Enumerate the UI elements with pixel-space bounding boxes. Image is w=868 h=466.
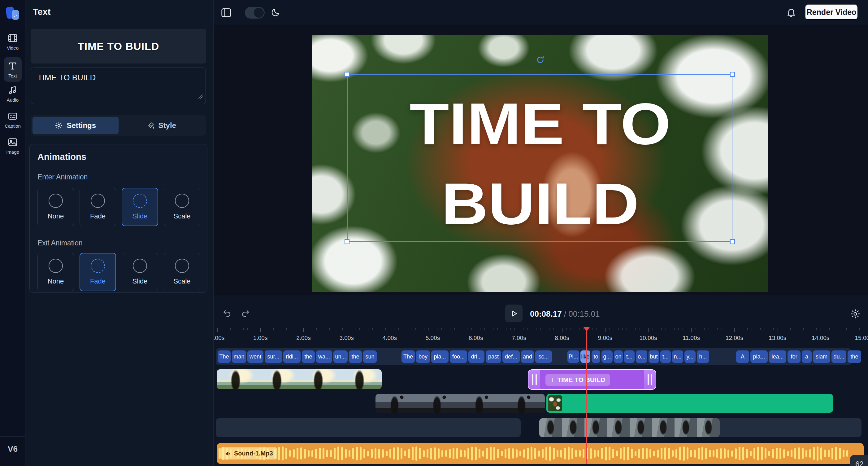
tab-style[interactable]: Style: [119, 117, 205, 134]
caption-word-chip[interactable]: to: [592, 350, 600, 363]
selection-handle-top-right[interactable]: [730, 72, 735, 77]
caption-word-chip[interactable]: slam: [813, 350, 830, 363]
option-circle-icon: [175, 194, 189, 208]
undo-icon[interactable]: [222, 309, 232, 320]
video-clip-flowers[interactable]: [546, 394, 833, 413]
caption-word-chip[interactable]: the: [302, 350, 315, 363]
rotate-handle-icon[interactable]: [535, 55, 545, 67]
caption-word-chip[interactable]: Pl...: [567, 350, 579, 363]
enter-option-scale[interactable]: Scale: [164, 188, 200, 226]
caption-word-chip[interactable]: sur...: [265, 350, 282, 363]
caption-word-chip-active[interactable]: like: [581, 350, 590, 363]
waveform-bar: [375, 448, 376, 459]
ruler-tick: [674, 328, 675, 330]
caption-word-chip[interactable]: man: [232, 350, 246, 363]
caption-word-chip[interactable]: The: [218, 350, 230, 363]
waveform-bar: [564, 448, 566, 460]
caption-word-chip[interactable]: but: [649, 350, 659, 363]
ruler-tick: [605, 328, 606, 332]
sidebar-item-video[interactable]: Video: [0, 33, 25, 51]
caption-word-chip[interactable]: pla...: [431, 350, 448, 363]
caption-word-chip[interactable]: foo...: [450, 350, 467, 363]
waveform-bar: [832, 448, 833, 460]
caption-word-chip[interactable]: for: [787, 350, 801, 363]
playhead-marker[interactable]: [584, 327, 590, 331]
render-video-button[interactable]: Render Video: [805, 4, 858, 20]
enter-option-none[interactable]: None: [37, 188, 74, 226]
caption-word-chip[interactable]: sun: [363, 350, 377, 363]
caption-word-chip[interactable]: boy: [416, 350, 430, 363]
text-clip-left-trim-handle[interactable]: [528, 370, 540, 389]
play-button[interactable]: [505, 304, 523, 322]
text-clip-label: T TIME TO BUILD: [546, 374, 610, 386]
enter-option-slide-selected[interactable]: Slide: [122, 188, 158, 226]
caption-word-chip[interactable]: y...: [684, 350, 695, 363]
selection-box[interactable]: [347, 75, 733, 242]
text-content-input[interactable]: TIME TO BUILD: [31, 67, 206, 104]
waveform-bar: [464, 450, 466, 457]
sidebar-item-text[interactable]: Text: [0, 61, 25, 78]
caption-word-chip[interactable]: on: [614, 350, 623, 363]
theme-toggle[interactable]: [245, 7, 265, 19]
caption-word-chip[interactable]: o...: [636, 350, 647, 363]
moon-icon[interactable]: [270, 7, 280, 19]
exit-option-slide[interactable]: Slide: [122, 253, 158, 291]
caption-word-chip[interactable]: lea...: [769, 350, 786, 363]
caption-word-chip[interactable]: g...: [601, 350, 613, 363]
caption-word-chip[interactable]: h...: [697, 350, 709, 363]
caption-word-chip[interactable]: past: [486, 350, 501, 363]
exit-option-scale[interactable]: Scale: [164, 253, 200, 291]
caption-word-chip[interactable]: A: [736, 350, 749, 363]
caption-word-chip[interactable]: def...: [502, 350, 520, 363]
text-style-preview[interactable]: TIME TO BUILD: [31, 29, 206, 63]
text-clip-right-trim-handle[interactable]: [644, 370, 656, 389]
selection-handle-bottom-right[interactable]: [730, 239, 735, 244]
caption-word-chip[interactable]: du...: [832, 350, 846, 363]
caption-word-chip[interactable]: wa...: [316, 350, 332, 363]
sidebar-item-audio[interactable]: Audio: [0, 85, 25, 103]
caption-word-chip[interactable]: sc...: [535, 350, 552, 363]
panel-toggle-icon[interactable]: [220, 7, 232, 20]
enter-option-fade[interactable]: Fade: [80, 188, 116, 226]
selection-handle-top-left[interactable]: [344, 72, 349, 77]
caption-word-chip[interactable]: dri...: [468, 350, 485, 363]
caption-word-chip[interactable]: n...: [672, 350, 683, 363]
waveform-bar: [705, 448, 707, 459]
timeline-ruler[interactable]: 0.00s1.00s2.00s3.00s4.00s5.00s6.00s7.00s…: [214, 328, 868, 346]
audio-clip-sound1[interactable]: Sound-1.Mp3: [217, 443, 864, 464]
caption-word-chip[interactable]: un...: [333, 350, 348, 363]
video-clip-surfer[interactable]: [217, 369, 382, 389]
caption-word-chip[interactable]: t...: [624, 350, 634, 363]
caption-word-chip[interactable]: a: [802, 350, 812, 363]
caption-word-chip[interactable]: ridi...: [283, 350, 301, 363]
waveform-bar: [300, 447, 302, 460]
caption-word-chip[interactable]: went: [247, 350, 264, 363]
bell-icon[interactable]: [786, 7, 797, 19]
tab-settings[interactable]: Settings: [32, 117, 119, 134]
app-logo-icon[interactable]: [4, 5, 22, 22]
exit-option-fade-selected[interactable]: Fade: [80, 253, 116, 291]
sidebar-item-image[interactable]: Image: [0, 137, 25, 155]
video-clip-soccer[interactable]: [375, 394, 545, 413]
caption-word-chip[interactable]: The: [402, 350, 415, 363]
ruler-tick: [532, 328, 532, 330]
caption-word-chip[interactable]: and: [521, 350, 534, 363]
selection-handle-bottom-left[interactable]: [344, 239, 349, 244]
textarea-resize-handle[interactable]: [197, 92, 203, 101]
waveform-bar: [657, 449, 659, 458]
waveform-bar: [382, 449, 384, 458]
sidebar-item-caption[interactable]: Caption: [0, 111, 25, 128]
text-clip-time-to-build[interactable]: T TIME TO BUILD: [528, 369, 656, 390]
redo-icon[interactable]: [240, 309, 250, 320]
exit-option-none[interactable]: None: [37, 253, 74, 291]
playhead-line[interactable]: [586, 328, 587, 464]
caption-word-chip[interactable]: the: [349, 350, 362, 363]
caption-word-chip[interactable]: t...: [660, 350, 671, 363]
waveform-bar: [315, 449, 317, 459]
timeline-settings-gear-icon[interactable]: [850, 309, 861, 320]
video-clip-cycling[interactable]: [539, 418, 720, 437]
caption-word-chip[interactable]: pla...: [750, 350, 768, 363]
waveform-bar: [609, 447, 611, 460]
caption-word-chip[interactable]: the: [847, 350, 861, 363]
ruler-tick: [601, 328, 601, 330]
